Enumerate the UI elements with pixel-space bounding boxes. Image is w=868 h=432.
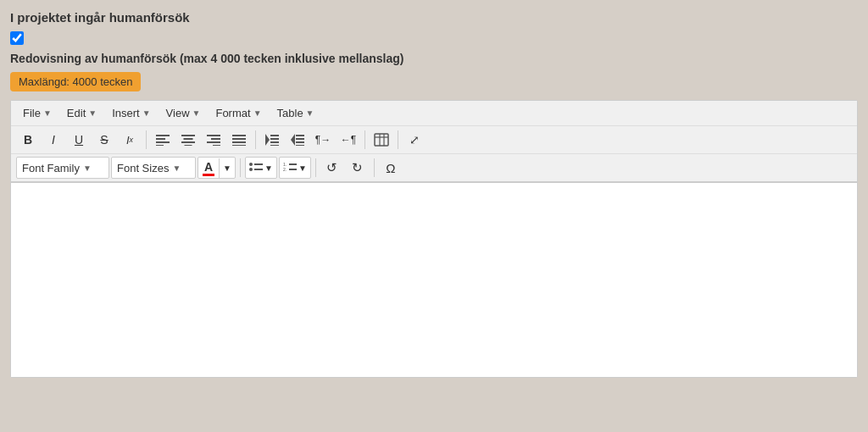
outdent-button[interactable] [286, 129, 309, 151]
align-center-button[interactable] [176, 129, 200, 151]
svg-rect-13 [232, 138, 246, 140]
svg-rect-36 [289, 163, 297, 165]
svg-rect-37 [289, 169, 297, 170]
svg-rect-18 [270, 141, 279, 143]
font-size-dropdown[interactable]: Font Sizes ▼ [111, 157, 196, 179]
edit-menu-arrow: ▼ [88, 108, 97, 118]
font-row: Font Family ▼ Font Sizes ▼ A ▼ ▼ [11, 154, 857, 181]
svg-rect-32 [254, 163, 263, 165]
sep-4 [398, 130, 398, 149]
align-right-button[interactable] [202, 129, 225, 151]
sep-7 [374, 158, 375, 177]
svg-rect-12 [232, 135, 246, 136]
font-color-button[interactable]: A [198, 158, 220, 178]
sep-5 [240, 158, 241, 177]
svg-marker-20 [265, 134, 270, 146]
sep-1 [146, 130, 147, 149]
menu-row: File ▼ Edit ▼ Insert ▼ View ▼ Format ▼ T… [11, 101, 857, 126]
insert-menu-arrow: ▼ [142, 108, 151, 118]
table-menu-arrow: ▼ [306, 108, 314, 118]
font-size-label: Font Sizes [117, 162, 169, 174]
editor-content[interactable] [11, 182, 857, 377]
bold-button[interactable]: B [16, 129, 40, 151]
justify-button[interactable] [227, 129, 251, 151]
formatting-row: B I U S Ix [11, 126, 857, 154]
svg-rect-1 [156, 138, 165, 140]
svg-marker-25 [291, 134, 295, 146]
rtl-button[interactable]: ←¶ [337, 129, 360, 151]
clear-format-button[interactable]: Ix [118, 129, 142, 151]
menu-file[interactable]: File ▼ [16, 103, 58, 123]
svg-rect-9 [211, 138, 220, 140]
align-left-button[interactable] [151, 129, 175, 151]
svg-rect-11 [213, 145, 220, 146]
underline-button[interactable]: U [67, 129, 91, 151]
indent-button[interactable] [260, 129, 284, 151]
font-family-arrow: ▼ [83, 163, 92, 173]
file-menu-arrow: ▼ [43, 108, 52, 118]
svg-rect-26 [375, 134, 388, 146]
fullscreen-button[interactable]: ⤢ [403, 129, 426, 151]
svg-rect-17 [270, 138, 279, 140]
menu-table[interactable]: Table ▼ [270, 103, 321, 123]
svg-rect-15 [232, 145, 246, 146]
svg-rect-21 [296, 135, 304, 136]
sep-2 [255, 130, 256, 149]
svg-rect-5 [184, 138, 193, 140]
toolbar: File ▼ Edit ▼ Insert ▼ View ▼ Format ▼ T… [11, 101, 857, 182]
italic-button[interactable]: I [42, 129, 65, 151]
table-icon-button[interactable] [370, 129, 393, 151]
bullet-list-dropdown[interactable]: ▼ [245, 157, 277, 179]
font-family-label: Font Family [22, 162, 80, 174]
svg-text:2.: 2. [283, 167, 287, 172]
page-title: I projektet ingår humanförsök [10, 10, 858, 25]
max-length-badge: Maxlängd: 4000 tecken [10, 72, 141, 91]
human-trial-checkbox-row [10, 31, 858, 45]
svg-rect-19 [270, 145, 279, 146]
human-trial-checkbox[interactable] [10, 31, 24, 45]
section-label: Redovisning av humanförsök (max 4 000 te… [10, 52, 858, 65]
svg-rect-3 [156, 145, 164, 146]
svg-rect-24 [296, 145, 304, 146]
svg-rect-16 [270, 135, 279, 136]
menu-edit[interactable]: Edit ▼ [60, 103, 103, 123]
sep-3 [364, 130, 365, 149]
svg-rect-22 [296, 138, 304, 140]
svg-point-30 [249, 163, 253, 166]
omega-button[interactable]: Ω [379, 157, 403, 179]
menu-view[interactable]: View ▼ [159, 103, 208, 123]
ltr-button[interactable]: ¶→ [311, 129, 335, 151]
svg-rect-8 [207, 135, 220, 136]
strikethrough-button[interactable]: S [92, 129, 116, 151]
font-color-group: A ▼ [198, 157, 236, 179]
font-color-indicator [203, 174, 214, 176]
numbered-list-dropdown[interactable]: 1.2. ▼ [279, 157, 311, 179]
svg-rect-4 [181, 135, 195, 136]
font-size-arrow: ▼ [172, 163, 181, 173]
svg-rect-33 [254, 169, 263, 170]
editor-container: File ▼ Edit ▼ Insert ▼ View ▼ Format ▼ T… [10, 100, 858, 378]
view-menu-arrow: ▼ [192, 108, 201, 118]
svg-rect-23 [296, 141, 304, 143]
max-length-value: 4000 tecken [73, 75, 133, 88]
menu-format[interactable]: Format ▼ [209, 103, 268, 123]
format-menu-arrow: ▼ [253, 108, 262, 118]
svg-rect-2 [156, 141, 170, 143]
max-length-label: Maxlängd: [19, 75, 70, 88]
menu-insert[interactable]: Insert ▼ [105, 103, 157, 123]
undo-button[interactable]: ↺ [320, 157, 344, 179]
redo-button[interactable]: ↻ [346, 157, 370, 179]
sep-6 [315, 158, 316, 177]
font-color-dropdown[interactable]: ▼ [220, 163, 235, 173]
svg-rect-10 [207, 141, 220, 143]
font-family-dropdown[interactable]: Font Family ▼ [16, 157, 109, 179]
svg-point-31 [249, 168, 253, 171]
svg-rect-0 [156, 135, 170, 136]
svg-rect-7 [185, 145, 192, 146]
svg-rect-14 [232, 141, 246, 143]
svg-rect-6 [181, 141, 195, 143]
